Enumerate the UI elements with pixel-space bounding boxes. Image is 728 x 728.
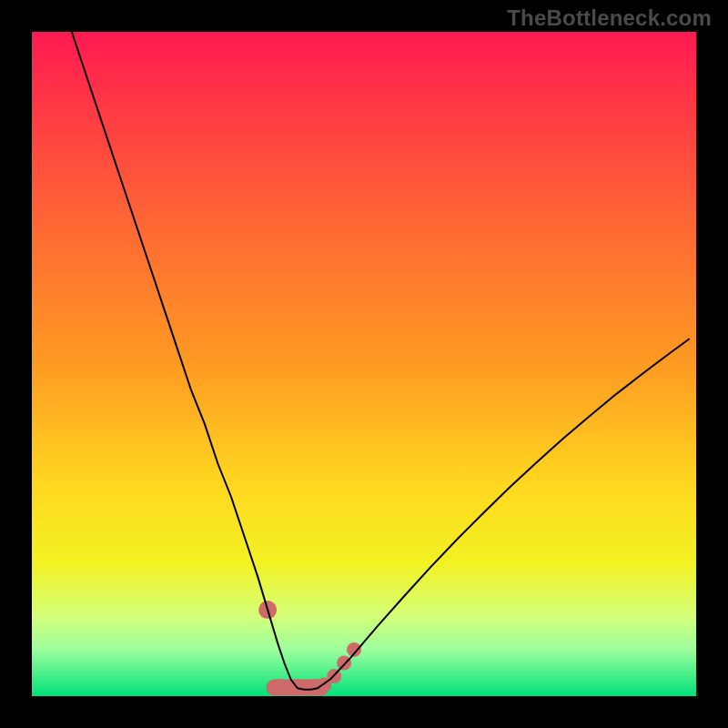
bottom-marker-dot [337, 656, 351, 671]
chart-svg [32, 32, 696, 696]
chart-plot-area [32, 32, 696, 696]
gradient-background [32, 32, 696, 696]
chart-frame: TheBottleneck.com [0, 0, 728, 728]
bottom-marker-dot [274, 679, 288, 693]
watermark-text: TheBottleneck.com [507, 5, 712, 31]
